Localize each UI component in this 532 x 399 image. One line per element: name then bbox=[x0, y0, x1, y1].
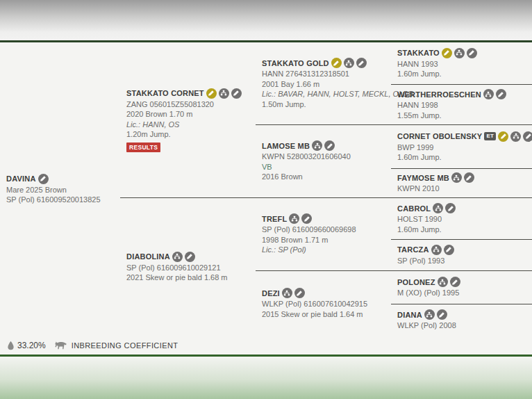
pedigree-icon[interactable] bbox=[438, 277, 448, 287]
horse-detail: WLKP (Pol) 2008 bbox=[397, 320, 528, 331]
pedigree-icon[interactable] bbox=[483, 89, 494, 99]
pedigree-icon[interactable] bbox=[344, 58, 354, 68]
pedigree-cell-dam: DIABOLINA SP (Pol) 616009610029121 2021 … bbox=[120, 198, 256, 336]
premium-icon[interactable] bbox=[442, 48, 452, 58]
horse-name: CORNET OBOLENSKY bbox=[397, 132, 482, 140]
edit-icon[interactable] bbox=[38, 174, 49, 184]
horse-detail: BWP 1999 bbox=[397, 142, 528, 153]
edit-icon[interactable] bbox=[445, 203, 456, 213]
horse-detail: 2016 Brown bbox=[262, 172, 387, 182]
horse-detail: WLKP (Pol) 616007610042915 bbox=[262, 299, 387, 309]
top-gradient-band bbox=[0, 0, 532, 40]
pedigree-icon[interactable] bbox=[433, 203, 443, 213]
horse-detail: HANN 1998 bbox=[397, 100, 528, 111]
horse-detail: 2001 Bay 1.66 m bbox=[262, 79, 387, 90]
horse-detail: 2015 Skew or pie bald 1.64 m bbox=[262, 309, 387, 320]
edit-icon[interactable] bbox=[294, 288, 305, 298]
edit-icon[interactable] bbox=[356, 58, 367, 68]
horse-detail: 1.60m Jump. bbox=[397, 152, 528, 163]
edit-icon[interactable] bbox=[464, 172, 474, 183]
horse-detail: HANN 276431312318501 bbox=[262, 69, 387, 79]
horse-detail: Mare 2025 Brown bbox=[6, 185, 116, 195]
horse-detail: KWPN 528003201606040 bbox=[262, 152, 387, 162]
edit-icon[interactable] bbox=[444, 245, 454, 255]
pedigree-icon[interactable] bbox=[454, 48, 465, 58]
inbreeding-coefficient-bar: 33.20% INBREEDING COEFFICIENT bbox=[0, 336, 532, 355]
pedigree-tree: DAVINA Mare 2025 Brown SP (Pol) 61600952… bbox=[0, 42, 532, 336]
pedigree-cell-cornet-obolensky: CORNET OBOLENSKY ET BWP 1999 1.60m Jump. bbox=[391, 125, 532, 169]
horse-detail: 1.50m Jump. bbox=[262, 99, 387, 110]
pedigree-icon[interactable] bbox=[510, 131, 521, 142]
pedigree-page: DAVINA Mare 2025 Brown SP (Pol) 61600952… bbox=[0, 0, 532, 399]
pedigree-cell-cabrol: CABROL HOLST 1990 1.60m Jump. bbox=[391, 198, 532, 240]
pedigree-icon[interactable] bbox=[219, 88, 229, 99]
horse-detail: 1.60m Jump. bbox=[397, 225, 528, 235]
pedigree-cell-wertherroeschen: WERTHERROESCHEN HANN 1998 1.55m Jump. bbox=[391, 85, 532, 125]
footer-gradient-band bbox=[0, 357, 532, 399]
horse-name: TREFL bbox=[262, 215, 287, 223]
horse-name: DIABOLINA bbox=[126, 252, 170, 261]
premium-icon[interactable] bbox=[331, 58, 342, 68]
horse-name: WERTHERROESCHEN bbox=[397, 90, 481, 99]
horse-name: POLONEZ bbox=[397, 278, 435, 286]
pedigree-cell-stakkato-gold: STAKKATO GOLD HANN 276431312318501 2001 … bbox=[256, 42, 391, 125]
pedigree-icon[interactable] bbox=[172, 252, 183, 262]
premium-icon[interactable] bbox=[498, 131, 508, 142]
pedigree-cell-faymose-mb: FAYMOSE MB KWPN 2010 bbox=[391, 169, 532, 198]
pedigree-cell-polonez: POLONEZ M (XO) (Pol) 1995 bbox=[391, 271, 532, 304]
horse-detail: SP (Pol) 616009660069698 bbox=[262, 225, 387, 235]
results-button[interactable]: RESULTS bbox=[126, 142, 160, 152]
pedigree-cell-diana: DIANA WLKP (Pol) 2008 bbox=[391, 304, 532, 336]
pedigree-icon[interactable] bbox=[312, 140, 322, 151]
edit-icon[interactable] bbox=[437, 309, 447, 320]
horse-name: STAKKATO GOLD bbox=[262, 59, 329, 67]
horse-name: DEZI bbox=[262, 289, 280, 298]
et-badge: ET bbox=[484, 132, 496, 140]
edit-icon[interactable] bbox=[185, 252, 195, 262]
pedigree-cell-sire: STAKKATO CORNET ZANG 056015Z55081320 202… bbox=[120, 42, 256, 198]
inbreeding-label: INBREEDING COEFFICIENT bbox=[72, 341, 178, 350]
pedigree-cell-lamose-mb: LAMOSE MB KWPN 528003201606040 VB 2016 B… bbox=[256, 125, 391, 198]
horse-icon bbox=[54, 340, 67, 350]
horse-detail: SP (Pol) 1993 bbox=[397, 256, 528, 266]
horse-name: FAYMOSE MB bbox=[397, 174, 449, 182]
horse-detail: KWPN 2010 bbox=[397, 184, 528, 194]
edit-icon[interactable] bbox=[496, 89, 506, 99]
studbook-link[interactable]: VB bbox=[262, 162, 387, 172]
horse-name: STAKKATO bbox=[397, 49, 440, 57]
premium-icon[interactable] bbox=[206, 88, 217, 99]
horse-detail: HANN 1993 bbox=[397, 59, 528, 70]
horse-name: CABROL bbox=[397, 204, 431, 213]
inbreeding-value: 33.20% bbox=[17, 341, 46, 350]
pedigree-column-parents: STAKKATO CORNET ZANG 056015Z55081320 202… bbox=[120, 42, 256, 336]
horse-detail: 2020 Brown 1.70 m bbox=[126, 109, 251, 120]
horse-name: DAVINA bbox=[6, 174, 36, 183]
edit-icon[interactable] bbox=[301, 213, 312, 224]
pedigree-column-grandparents: STAKKATO GOLD HANN 276431312318501 2001 … bbox=[256, 42, 391, 336]
edit-icon[interactable] bbox=[523, 131, 532, 142]
pedigree-cell-tarcza: TARCZA SP (Pol) 1993 bbox=[391, 240, 532, 271]
pedigree-icon[interactable] bbox=[424, 309, 435, 320]
pedigree-icon[interactable] bbox=[451, 172, 462, 183]
pedigree-cell-trefl: TREFL SP (Pol) 616009660069698 1998 Brow… bbox=[256, 198, 391, 271]
horse-detail: 2021 Skew or pie bald 1.68 m bbox=[126, 272, 251, 283]
horse-name: STAKKATO CORNET bbox=[126, 89, 204, 97]
horse-detail: 1.60m Jump. bbox=[397, 69, 528, 79]
pedigree-icon[interactable] bbox=[282, 288, 292, 298]
pedigree-cell-dezi: DEZI WLKP (Pol) 616007610042915 2015 Ske… bbox=[256, 271, 391, 336]
horse-detail: 1998 Brown 1.71 m bbox=[262, 235, 387, 245]
blood-drop-icon bbox=[7, 341, 15, 350]
edit-icon[interactable] bbox=[231, 88, 242, 99]
pedigree-cell-stakkato: STAKKATO HANN 1993 1.60m Jump. bbox=[391, 42, 532, 85]
horse-license: Lic.: BAVAR, HANN, HOLST, MECKL, OLDB... bbox=[262, 89, 387, 99]
horse-detail: SP (Pol) 616009520013825 bbox=[6, 195, 116, 205]
horse-name: LAMOSE MB bbox=[262, 142, 310, 150]
pedigree-icon[interactable] bbox=[289, 213, 299, 224]
horse-detail: M (XO) (Pol) 1995 bbox=[397, 288, 528, 298]
edit-icon[interactable] bbox=[324, 140, 335, 151]
pedigree-column-great-grandparents: STAKKATO HANN 1993 1.60m Jump. WERTHERRO… bbox=[391, 42, 532, 336]
edit-icon[interactable] bbox=[467, 48, 477, 58]
horse-detail: 1.55m Jump. bbox=[397, 111, 528, 121]
pedigree-icon[interactable] bbox=[431, 245, 442, 255]
edit-icon[interactable] bbox=[450, 277, 460, 287]
